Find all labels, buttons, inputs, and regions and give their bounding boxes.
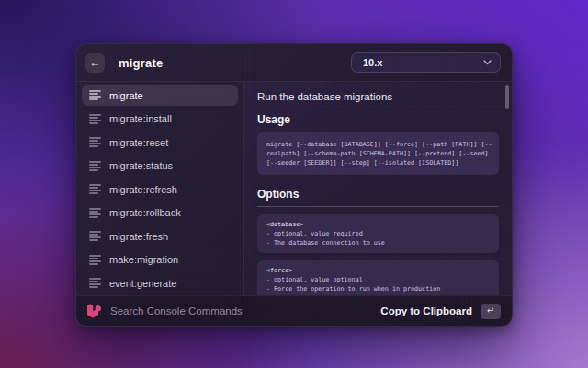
option-block-force: <force> - optional, value optional - For…	[257, 260, 499, 295]
sidebar-item-label: migrate:install	[109, 113, 172, 124]
sidebar-item-label: migrate:refresh	[109, 184, 177, 195]
back-button[interactable]: ←	[85, 53, 105, 73]
command-lines-icon	[89, 208, 101, 218]
sidebar-item-label: migrate:status	[109, 160, 173, 171]
search-console-commands-label: Search Console Commands	[110, 305, 243, 316]
back-arrow-icon: ←	[90, 56, 101, 69]
command-lines-icon	[89, 278, 101, 288]
usage-code-block: migrate [--database [DATABASE]] [--force…	[257, 132, 499, 175]
usage-heading: Usage	[257, 113, 499, 126]
command-palette-window: ← migrate 10.x migrate migrate:insta	[75, 43, 513, 327]
version-dropdown[interactable]: 10.x	[351, 52, 501, 73]
window-footer: Search Console Commands Copy to Clipboar…	[76, 295, 512, 326]
sidebar-item-migrate[interactable]: migrate	[82, 85, 238, 106]
sidebar-item-migrate-status[interactable]: migrate:status	[82, 155, 238, 177]
command-lines-icon	[89, 161, 101, 171]
option-detail-line: - The database connection to use	[266, 238, 490, 247]
command-description: Run the database migrations	[257, 91, 499, 102]
sidebar-item-migrate-refresh[interactable]: migrate:refresh	[82, 178, 238, 200]
sidebar-item-label: migrate:reset	[109, 137, 168, 148]
laravel-logo-icon	[87, 304, 101, 318]
code-line: migrate [--database [DATABASE]] [--force…	[266, 140, 490, 149]
content-scrollbar[interactable]	[505, 85, 509, 109]
command-lines-icon	[89, 255, 101, 265]
sidebar-item-make-migration[interactable]: make:migration	[82, 249, 238, 270]
option-name: <force>	[266, 266, 490, 275]
sidebar-item-migrate-install[interactable]: migrate:install	[82, 109, 238, 130]
sidebar-item-label: migrate:rollback	[109, 207, 181, 218]
command-lines-icon	[89, 90, 101, 100]
option-block-database: <database> - optional, value required - …	[257, 214, 499, 253]
command-lines-icon	[89, 114, 101, 124]
command-lines-icon	[89, 137, 101, 147]
sidebar-item-label: event:generate	[109, 278, 176, 289]
sidebar-item-label: make:migration	[109, 254, 178, 265]
version-dropdown-value: 10.x	[363, 57, 382, 68]
page-title: migrate	[119, 56, 163, 70]
sidebar-item-migrate-rollback[interactable]: migrate:rollback	[82, 202, 238, 224]
sidebar-item-event-generate[interactable]: event:generate	[82, 272, 238, 293]
code-line: realpath] [--schema-path [SCHEMA-PATH]] …	[266, 149, 490, 158]
command-lines-icon	[89, 184, 101, 194]
options-heading: Options	[257, 188, 499, 207]
window-header: ← migrate 10.x	[76, 44, 512, 82]
code-line: [--seeder [SEEDER]] [--step] [--isolated…	[266, 158, 490, 167]
command-sidebar: migrate migrate:install migrate:reset mi…	[76, 82, 244, 295]
sidebar-item-migrate-fresh[interactable]: migrate:fresh	[82, 225, 238, 247]
sidebar-item-label: migrate	[109, 90, 143, 101]
copy-to-clipboard-button[interactable]: Copy to Clipboard ↵	[380, 304, 501, 319]
option-detail-line: - Force the operation to run when in pro…	[266, 284, 490, 293]
command-lines-icon	[89, 231, 101, 241]
chevron-down-icon	[483, 58, 492, 67]
option-name: <database>	[266, 220, 490, 229]
sidebar-item-label: migrate:fresh	[109, 231, 168, 242]
window-body: migrate migrate:install migrate:reset mi…	[76, 82, 512, 295]
option-detail-line: - optional, value optional	[266, 275, 490, 284]
option-detail-line: - optional, value required	[266, 229, 490, 238]
command-detail-panel: Run the database migrations Usage migrat…	[244, 82, 512, 295]
enter-key-icon: ↵	[481, 304, 501, 319]
copy-to-clipboard-label: Copy to Clipboard	[380, 305, 472, 316]
sidebar-item-migrate-reset[interactable]: migrate:reset	[82, 132, 238, 153]
